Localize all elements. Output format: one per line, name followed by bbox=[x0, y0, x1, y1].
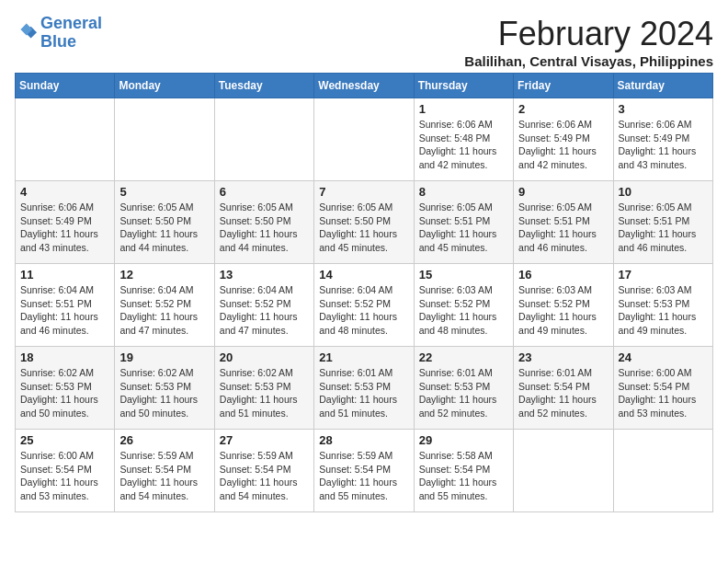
title-area: February 2024 Balilihan, Central Visayas… bbox=[464, 15, 713, 69]
day-number: 3 bbox=[619, 102, 708, 116]
day-number: 4 bbox=[20, 185, 109, 199]
day-info: Sunrise: 6:06 AMSunset: 5:49 PMDaylight:… bbox=[20, 201, 109, 255]
weekday-header: Friday bbox=[514, 74, 613, 98]
day-number: 28 bbox=[319, 433, 408, 447]
day-info: Sunrise: 6:05 AMSunset: 5:50 PMDaylight:… bbox=[220, 201, 309, 255]
day-info: Sunrise: 6:06 AMSunset: 5:49 PMDaylight:… bbox=[518, 118, 608, 172]
calendar-day-cell: 26Sunrise: 5:59 AMSunset: 5:54 PMDayligh… bbox=[115, 430, 214, 512]
calendar-table: SundayMondayTuesdayWednesdayThursdayFrid… bbox=[15, 73, 713, 512]
calendar-day-cell: 13Sunrise: 6:04 AMSunset: 5:52 PMDayligh… bbox=[214, 264, 313, 347]
calendar-week-row: 4Sunrise: 6:06 AMSunset: 5:49 PMDaylight… bbox=[16, 181, 713, 264]
calendar-day-cell bbox=[314, 98, 414, 181]
day-info: Sunrise: 6:02 AMSunset: 5:53 PMDaylight:… bbox=[220, 366, 309, 420]
calendar-day-cell: 29Sunrise: 5:58 AMSunset: 5:54 PMDayligh… bbox=[414, 430, 513, 512]
calendar-week-row: 11Sunrise: 6:04 AMSunset: 5:51 PMDayligh… bbox=[16, 264, 713, 347]
logo-icon bbox=[15, 22, 37, 44]
logo-line2: Blue bbox=[40, 32, 76, 51]
day-number: 7 bbox=[319, 185, 408, 199]
day-info: Sunrise: 6:01 AMSunset: 5:53 PMDaylight:… bbox=[419, 366, 508, 420]
calendar-day-cell: 24Sunrise: 6:00 AMSunset: 5:54 PMDayligh… bbox=[613, 347, 712, 430]
calendar-day-cell: 28Sunrise: 5:59 AMSunset: 5:54 PMDayligh… bbox=[314, 430, 414, 512]
calendar-day-cell bbox=[115, 98, 214, 181]
calendar-day-cell: 11Sunrise: 6:04 AMSunset: 5:51 PMDayligh… bbox=[16, 264, 115, 347]
day-info: Sunrise: 5:59 AMSunset: 5:54 PMDaylight:… bbox=[319, 449, 408, 503]
calendar-day-cell: 1Sunrise: 6:06 AMSunset: 5:48 PMDaylight… bbox=[414, 98, 513, 181]
calendar-day-cell: 10Sunrise: 6:05 AMSunset: 5:51 PMDayligh… bbox=[613, 181, 712, 264]
day-info: Sunrise: 6:03 AMSunset: 5:52 PMDaylight:… bbox=[419, 283, 508, 338]
day-info: Sunrise: 5:58 AMSunset: 5:54 PMDaylight:… bbox=[419, 449, 508, 503]
day-number: 22 bbox=[419, 350, 508, 364]
day-number: 9 bbox=[518, 185, 608, 199]
day-number: 15 bbox=[419, 268, 508, 282]
day-number: 6 bbox=[220, 185, 309, 199]
day-number: 23 bbox=[518, 350, 608, 364]
calendar-day-cell: 17Sunrise: 6:03 AMSunset: 5:53 PMDayligh… bbox=[613, 264, 712, 347]
day-number: 25 bbox=[20, 433, 109, 447]
weekday-header: Monday bbox=[115, 74, 214, 98]
calendar-day-cell bbox=[16, 98, 115, 181]
weekday-header: Thursday bbox=[414, 74, 513, 98]
day-number: 5 bbox=[119, 185, 209, 199]
day-info: Sunrise: 6:02 AMSunset: 5:53 PMDaylight:… bbox=[119, 366, 209, 420]
month-title: February 2024 bbox=[464, 15, 713, 53]
weekday-header: Wednesday bbox=[314, 74, 414, 98]
day-number: 27 bbox=[220, 433, 309, 447]
calendar-day-cell: 21Sunrise: 6:01 AMSunset: 5:53 PMDayligh… bbox=[314, 347, 414, 430]
calendar-day-cell: 14Sunrise: 6:04 AMSunset: 5:52 PMDayligh… bbox=[314, 264, 414, 347]
calendar-day-cell: 23Sunrise: 6:01 AMSunset: 5:54 PMDayligh… bbox=[514, 347, 613, 430]
calendar-day-cell: 18Sunrise: 6:02 AMSunset: 5:53 PMDayligh… bbox=[16, 347, 115, 430]
day-info: Sunrise: 6:06 AMSunset: 5:49 PMDaylight:… bbox=[619, 118, 708, 172]
day-number: 21 bbox=[319, 350, 408, 364]
calendar-day-cell: 20Sunrise: 6:02 AMSunset: 5:53 PMDayligh… bbox=[214, 347, 313, 430]
calendar-day-cell: 3Sunrise: 6:06 AMSunset: 5:49 PMDaylight… bbox=[613, 98, 712, 181]
logo: General Blue bbox=[15, 15, 102, 52]
calendar-day-cell bbox=[514, 430, 613, 512]
page-header: General Blue February 2024 Balilihan, Ce… bbox=[15, 15, 713, 69]
location-subtitle: Balilihan, Central Visayas, Philippines bbox=[464, 53, 713, 69]
day-info: Sunrise: 6:01 AMSunset: 5:53 PMDaylight:… bbox=[319, 366, 408, 420]
calendar-day-cell: 15Sunrise: 6:03 AMSunset: 5:52 PMDayligh… bbox=[414, 264, 513, 347]
calendar-day-cell: 25Sunrise: 6:00 AMSunset: 5:54 PMDayligh… bbox=[16, 430, 115, 512]
day-number: 17 bbox=[619, 268, 708, 282]
day-info: Sunrise: 6:01 AMSunset: 5:54 PMDaylight:… bbox=[518, 366, 608, 420]
day-info: Sunrise: 6:05 AMSunset: 5:50 PMDaylight:… bbox=[119, 201, 209, 255]
calendar-body: 1Sunrise: 6:06 AMSunset: 5:48 PMDaylight… bbox=[16, 98, 713, 512]
day-number: 19 bbox=[119, 350, 209, 364]
weekday-header: Tuesday bbox=[214, 74, 313, 98]
day-info: Sunrise: 6:03 AMSunset: 5:52 PMDaylight:… bbox=[518, 283, 608, 338]
day-number: 10 bbox=[619, 185, 708, 199]
day-number: 26 bbox=[119, 433, 209, 447]
day-info: Sunrise: 6:03 AMSunset: 5:53 PMDaylight:… bbox=[619, 283, 708, 338]
day-info: Sunrise: 6:05 AMSunset: 5:51 PMDaylight:… bbox=[419, 201, 508, 255]
day-number: 8 bbox=[419, 185, 508, 199]
day-number: 14 bbox=[319, 268, 408, 282]
day-number: 16 bbox=[518, 268, 608, 282]
calendar-day-cell: 16Sunrise: 6:03 AMSunset: 5:52 PMDayligh… bbox=[514, 264, 613, 347]
weekday-header: Sunday bbox=[16, 74, 115, 98]
calendar-day-cell: 4Sunrise: 6:06 AMSunset: 5:49 PMDaylight… bbox=[16, 181, 115, 264]
calendar-week-row: 18Sunrise: 6:02 AMSunset: 5:53 PMDayligh… bbox=[16, 347, 713, 430]
day-info: Sunrise: 6:00 AMSunset: 5:54 PMDaylight:… bbox=[20, 449, 109, 503]
day-info: Sunrise: 6:04 AMSunset: 5:52 PMDaylight:… bbox=[319, 283, 408, 338]
calendar-day-cell: 7Sunrise: 6:05 AMSunset: 5:50 PMDaylight… bbox=[314, 181, 414, 264]
day-number: 11 bbox=[20, 268, 109, 282]
calendar-day-cell: 12Sunrise: 6:04 AMSunset: 5:52 PMDayligh… bbox=[115, 264, 214, 347]
day-info: Sunrise: 6:05 AMSunset: 5:51 PMDaylight:… bbox=[518, 201, 608, 255]
day-number: 1 bbox=[419, 102, 508, 116]
logo-text: General Blue bbox=[40, 15, 102, 52]
day-number: 18 bbox=[20, 350, 109, 364]
day-info: Sunrise: 6:04 AMSunset: 5:52 PMDaylight:… bbox=[220, 283, 309, 338]
calendar-day-cell: 6Sunrise: 6:05 AMSunset: 5:50 PMDaylight… bbox=[214, 181, 313, 264]
day-info: Sunrise: 6:02 AMSunset: 5:53 PMDaylight:… bbox=[20, 366, 109, 420]
day-number: 12 bbox=[119, 268, 209, 282]
calendar-day-cell: 22Sunrise: 6:01 AMSunset: 5:53 PMDayligh… bbox=[414, 347, 513, 430]
calendar-day-cell: 2Sunrise: 6:06 AMSunset: 5:49 PMDaylight… bbox=[514, 98, 613, 181]
calendar-week-row: 1Sunrise: 6:06 AMSunset: 5:48 PMDaylight… bbox=[16, 98, 713, 181]
day-info: Sunrise: 5:59 AMSunset: 5:54 PMDaylight:… bbox=[220, 449, 309, 503]
day-number: 29 bbox=[419, 433, 508, 447]
day-info: Sunrise: 6:04 AMSunset: 5:51 PMDaylight:… bbox=[20, 283, 109, 338]
day-number: 2 bbox=[518, 102, 608, 116]
calendar-day-cell: 5Sunrise: 6:05 AMSunset: 5:50 PMDaylight… bbox=[115, 181, 214, 264]
day-number: 24 bbox=[619, 350, 708, 364]
calendar-day-cell bbox=[613, 430, 712, 512]
